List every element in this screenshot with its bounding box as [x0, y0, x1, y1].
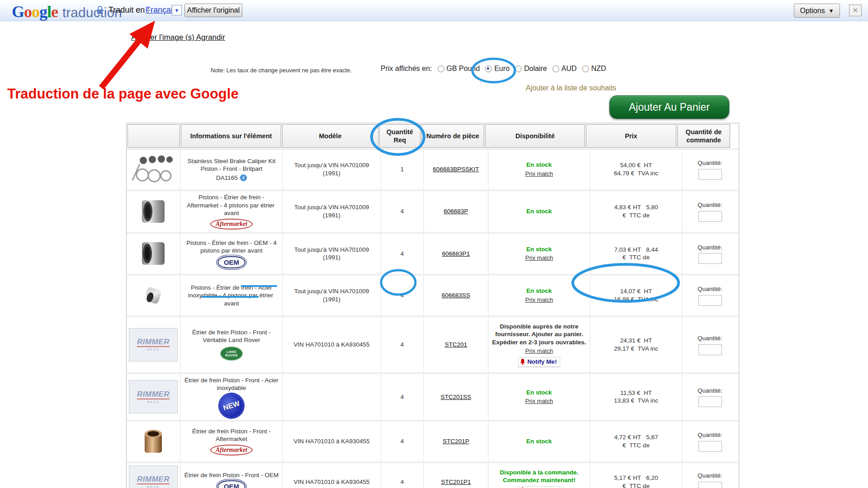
price-ex-vat: 14,07 € HT	[620, 287, 652, 296]
currency-option-dollar[interactable]: Dolaire	[515, 65, 547, 73]
stock-status: En stock	[526, 437, 552, 446]
stock-status: En stock	[526, 287, 552, 295]
item-title[interactable]: Stainless Steel Brake Caliper Kit Piston…	[184, 157, 279, 173]
stock-status: Disponible auprès de notre fournisseur. …	[491, 323, 587, 347]
options-button[interactable]: Options ▼	[794, 4, 840, 18]
oem-badge: OEM	[217, 480, 245, 488]
product-image-placeholder[interactable]: RIMMER BROS	[129, 465, 178, 488]
model-range: Tout jusqu'à VIN HA701009 (1991)	[283, 191, 381, 232]
part-number-link[interactable]: 606683P1	[442, 250, 470, 258]
google-logo: Google	[12, 2, 58, 21]
quantity-label: Quantité:	[698, 431, 722, 439]
price-ex-vat: 11,53 € HT	[620, 389, 652, 397]
product-image-piston[interactable]	[129, 424, 178, 459]
price-match-link[interactable]: Prix match	[525, 347, 553, 355]
price-inc-vat: € TTC de	[623, 441, 650, 450]
price-ex-vat: 54,00 € HT	[620, 161, 652, 169]
currency-option-aud[interactable]: AUD	[552, 65, 577, 73]
price-inc-vat: € TTC de	[623, 253, 650, 262]
quantity-input[interactable]	[698, 396, 722, 407]
price-ex-vat: 7,03 € HT 8,44	[614, 246, 658, 254]
aftermarket-badge: Aftermarket	[210, 219, 253, 230]
quantity-label: Quantité:	[698, 244, 722, 252]
price-ex-vat: 24,31 € HT	[620, 337, 652, 345]
show-original-button[interactable]: Afficher l'original	[184, 4, 242, 17]
product-image-placeholder[interactable]: RIMMER BROS	[129, 380, 178, 413]
table-header-row: Informations sur l'élément Modèle Quanti…	[127, 123, 739, 149]
price-match-link[interactable]: Prix match	[525, 254, 553, 262]
notify-me-button[interactable]: Notify Me!	[518, 486, 560, 488]
add-to-wishlist-link[interactable]: Ajouter à la liste de souhaits	[526, 84, 616, 92]
model-range: VIN HA701010 à KA930455	[283, 317, 381, 372]
options-label: Options	[800, 7, 825, 15]
add-to-cart-button[interactable]: Ajouter Au Panier	[609, 95, 729, 119]
land-rover-badge: LANDROVER	[220, 346, 243, 361]
part-number-link[interactable]: STC201	[445, 341, 467, 349]
radio-gbp[interactable]	[438, 66, 444, 72]
qty-required: 4	[381, 191, 424, 232]
header-order-qty: Quantité de commande	[677, 124, 730, 148]
quantity-input[interactable]	[698, 169, 722, 180]
annotation-caption: Traduction de la page avec Google	[7, 86, 239, 102]
part-number-link[interactable]: STC201P1	[441, 478, 471, 486]
close-toolbar-button[interactable]: ✕	[849, 5, 862, 16]
price-match-link[interactable]: Prix match	[525, 296, 553, 304]
currency-option-nzd[interactable]: NZD	[582, 65, 606, 73]
table-row: Stainless Steel Brake Caliper Kit Piston…	[127, 149, 739, 189]
radio-nzd[interactable]	[582, 66, 589, 72]
model-range: Tout jusqu'à VIN HA701009 (1991)	[283, 276, 381, 315]
header-availability: Disponibilité	[485, 124, 585, 148]
part-number-link[interactable]: 606683BPSSKIT	[433, 165, 479, 174]
quantity-input[interactable]	[698, 295, 722, 306]
translate-toolbar: Google traduction Traduit en : Français …	[0, 0, 868, 21]
part-number-link[interactable]: 606683SS	[442, 291, 470, 300]
qty-required: 4	[381, 317, 424, 372]
item-title[interactable]: Étrier de frein Piston - Front - Véritab…	[184, 328, 279, 344]
item-title[interactable]: Étrier de frein Piston - Front - Afterma…	[184, 427, 279, 443]
model-range: Tout jusqu'à VIN HA701009 (1991)	[283, 234, 381, 274]
radio-aud[interactable]	[552, 66, 559, 72]
notify-me-button[interactable]: Notify Me!	[518, 357, 560, 367]
quantity-input[interactable]	[698, 211, 722, 222]
item-title[interactable]: Pistons - Étrier de frein - Aftermarket …	[184, 193, 279, 217]
price-ex-vat: 4,83 € HT 5,80	[614, 203, 658, 211]
header-item-info: Informations sur l'élément	[181, 124, 281, 148]
quantity-input[interactable]	[698, 344, 722, 355]
header-price: Prix	[586, 124, 676, 148]
item-title[interactable]: Étrier de frein Piston - Front - OEM	[184, 471, 279, 479]
product-image-placeholder[interactable]: RIMMER BROS	[129, 328, 178, 361]
table-row: RIMMER BROS Étrier de frein Piston - Fro…	[127, 461, 739, 488]
part-number-link[interactable]: STC201SS	[441, 393, 472, 401]
product-image-piston[interactable]	[129, 236, 178, 271]
table-row: Pistons - Étrier de frein - Aftermarket …	[127, 189, 739, 232]
quantity-label: Quantité:	[698, 472, 722, 480]
part-number-link[interactable]: 606683P	[443, 207, 468, 216]
radio-euro[interactable]	[485, 66, 492, 72]
aftermarket-badge: Aftermarket	[210, 445, 253, 455]
part-number-link[interactable]: STC201P	[443, 437, 469, 446]
quantity-input[interactable]	[698, 482, 722, 488]
product-image-piston[interactable]	[129, 194, 178, 229]
header-qty-req: Quantité Req	[379, 124, 420, 148]
price-match-link[interactable]: Prix match	[525, 170, 553, 178]
currency-option-gbp[interactable]: GB Pound	[438, 65, 480, 73]
radio-dollar[interactable]	[515, 66, 522, 72]
currency-option-euro[interactable]: Euro	[485, 65, 509, 73]
product-image-piston[interactable]	[129, 278, 178, 313]
price-match-link[interactable]: Prix match	[525, 398, 553, 405]
product-image-caliper-kit[interactable]	[129, 152, 178, 187]
stock-status: En stock	[526, 161, 552, 169]
price-inc-vat: 16,88 € TVA inc	[614, 296, 658, 304]
quantity-input[interactable]	[698, 441, 722, 452]
price-inc-vat: 13,83 € TVA inc	[614, 397, 658, 405]
stock-status: En stock	[526, 245, 552, 253]
enlarge-image-link[interactable]: Afficher l'image (s) Agrandir	[131, 33, 225, 42]
item-title[interactable]: Pistons - Étrier de frein - OEM - 4 pist…	[184, 239, 279, 255]
language-dropdown-arrow[interactable]: ▼	[172, 5, 182, 15]
table-row: RIMMER BROS Étrier de frein Piston - Fro…	[127, 315, 739, 372]
quantity-input[interactable]	[698, 253, 722, 264]
item-title[interactable]: Pistons - Étrier de frein - Acier inoxyd…	[184, 284, 279, 308]
item-title[interactable]: Étrier de frein Piston - Front - Acier i…	[184, 376, 279, 392]
google-translate-logo: Google traduction	[12, 2, 122, 21]
info-icon[interactable]: i	[240, 174, 247, 181]
